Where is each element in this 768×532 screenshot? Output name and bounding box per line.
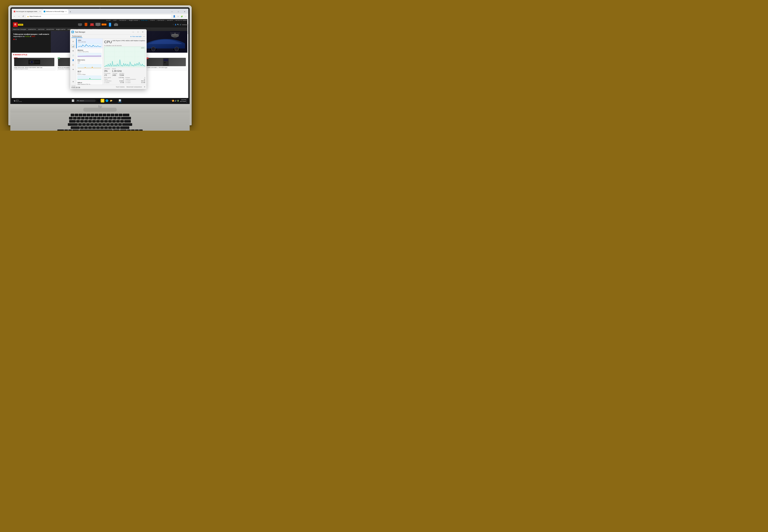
settings-button[interactable]: ⋯: [184, 15, 187, 18]
key-l[interactable]: [110, 123, 114, 126]
topbar-status[interactable]: СТАТУС: [150, 20, 155, 21]
key-f7[interactable]: [99, 114, 102, 116]
key-ctrl-r[interactable]: [120, 129, 127, 131]
forward-button[interactable]: →: [17, 15, 21, 18]
tm-run-new-task[interactable]: ⊕ Run new task: [130, 36, 141, 37]
tm-perf-memory[interactable]: Memory 3.5/15.3 GB (23%): [76, 48, 103, 58]
key-s[interactable]: [82, 123, 86, 126]
key-caps[interactable]: [68, 123, 78, 126]
nav-heart-icon[interactable]: ♡: [173, 24, 174, 25]
show-desktop[interactable]: [186, 98, 187, 103]
star-button[interactable]: ☆: [176, 15, 180, 18]
dot-2[interactable]: [15, 39, 17, 40]
key-g[interactable]: [94, 123, 98, 126]
tm-close[interactable]: ✕: [141, 30, 145, 34]
key-4[interactable]: [85, 117, 89, 119]
key-f4[interactable]: [87, 114, 90, 116]
key-f11[interactable]: [115, 114, 118, 116]
key-alt-r[interactable]: [113, 129, 120, 131]
tm-sidebar-settings-bottom[interactable]: ⚙: [71, 80, 75, 84]
product-card-4[interactable]: -6 % HP Z440 12 E5-2690 v... RTX 4070 Su…: [145, 57, 187, 71]
tm-sidebar-performance[interactable]: 📊: [71, 44, 75, 48]
tm-perf-gpu[interactable]: GPU 0 AMD Radeon(TM) Gr...5% (34 °C): [76, 81, 103, 85]
key-delete[interactable]: [123, 114, 129, 116]
topbar-video[interactable]: ВИДЕО КАНАЛ: [129, 20, 138, 21]
key-v[interactable]: [92, 126, 96, 129]
key-f2[interactable]: [79, 114, 82, 116]
tm-gear-icon[interactable]: ⚙: [144, 86, 145, 88]
key-f10[interactable]: [111, 114, 114, 116]
key-n[interactable]: [100, 126, 104, 129]
key-fn[interactable]: [64, 129, 68, 131]
browser-tab-1[interactable]: Институция за надеждна комп... ✕: [12, 9, 42, 14]
tray-chevron-icon[interactable]: ^: [171, 100, 172, 102]
key-shift-r[interactable]: [120, 126, 129, 129]
taskbar-taskmanager-app[interactable]: 📊: [118, 99, 122, 103]
tm-sidebar-menu[interactable]: ≡: [71, 39, 75, 43]
topbar-kontakti[interactable]: КОНТАКТИ: [157, 20, 165, 21]
key-backslash[interactable]: [124, 120, 131, 123]
key-c[interactable]: [88, 126, 92, 129]
tray-network-icon[interactable]: 📶: [172, 100, 174, 102]
taskbar-shield[interactable]: 🛡: [114, 99, 117, 103]
key-e[interactable]: [84, 120, 88, 123]
key-quote[interactable]: [118, 123, 122, 126]
start-button[interactable]: [71, 99, 75, 103]
key-3[interactable]: [81, 117, 85, 119]
taskbar-folder[interactable]: 📂: [109, 99, 113, 103]
nav-cart-icon[interactable]: 🛒: [180, 24, 181, 25]
nav-search-icon[interactable]: 🔍: [177, 24, 179, 25]
key-tab[interactable]: [69, 120, 76, 123]
key-comma[interactable]: [108, 126, 112, 129]
back-button[interactable]: ←: [13, 15, 16, 18]
tray-battery-icon[interactable]: 🔋: [177, 100, 179, 102]
tm-sidebar-apphistory[interactable]: ⊞: [71, 49, 75, 53]
tm-sidebar-startup[interactable]: 🕐: [71, 53, 75, 57]
key-z[interactable]: [80, 126, 84, 129]
tm-perf-cpu[interactable]: CPU 3% 1.39 GHz: [76, 39, 103, 48]
nav-icon-monitor[interactable]: [95, 23, 101, 27]
key-minus[interactable]: [113, 117, 117, 119]
tray-volume-icon[interactable]: 🔊: [175, 100, 177, 102]
key-semi[interactable]: [114, 123, 118, 126]
key-esc[interactable]: [71, 114, 74, 116]
key-backspace[interactable]: [121, 117, 131, 119]
browser-tab-2[interactable]: Welcome to Microsoft Edge ✕: [42, 9, 68, 14]
topbar-za-nas[interactable]: ЗА НАС: [106, 20, 111, 21]
tm-sidebar-details[interactable]: 📋: [71, 63, 75, 67]
tab1-close[interactable]: ✕: [39, 11, 41, 13]
browser-scrollbar[interactable]: [187, 19, 188, 98]
key-p[interactable]: [112, 120, 116, 123]
key-arrow-up[interactable]: [131, 129, 135, 131]
taskbar-task-view[interactable]: ⊞: [96, 99, 100, 103]
cat-monitors[interactable]: МОНИТОРИ: [46, 28, 54, 31]
key-ctrl-l[interactable]: [57, 129, 64, 131]
touchpad[interactable]: [83, 108, 117, 112]
key-a[interactable]: [78, 123, 82, 126]
nav-icon-computer[interactable]: [83, 23, 89, 27]
tm-sidebar-users[interactable]: 👤: [71, 58, 75, 62]
key-arrow-left[interactable]: [127, 129, 131, 131]
nav-person-icon[interactable]: 👤: [175, 24, 177, 25]
minimize-button[interactable]: —: [169, 10, 175, 14]
key-j[interactable]: [102, 123, 106, 126]
tm-sidebar-services[interactable]: ⚙: [71, 67, 75, 71]
key-7[interactable]: [97, 117, 101, 119]
product-card-1[interactable]: -23 % Nvidia TESLA K20x, 384-bit, 6GB GD…: [13, 57, 55, 71]
tm-perf-disk[interactable]: Disk 0 (C:) SSD1%: [76, 58, 103, 69]
key-x[interactable]: [84, 126, 88, 129]
key-f9[interactable]: [107, 114, 110, 116]
key-6[interactable]: [93, 117, 97, 119]
key-f5[interactable]: [91, 114, 94, 116]
key-slash[interactable]: [116, 126, 120, 129]
key-d[interactable]: [86, 123, 90, 126]
profile-button[interactable]: 👤: [173, 15, 176, 18]
nav-icon-docking[interactable]: [113, 23, 119, 27]
nav-icon-smartphone[interactable]: [107, 23, 113, 27]
key-shift-l[interactable]: [71, 126, 80, 129]
tm-maximize[interactable]: □: [136, 30, 140, 34]
key-f6[interactable]: [95, 114, 98, 116]
address-bar[interactable]: 🔒 https://rmania.net: [26, 14, 172, 18]
key-equals[interactable]: [117, 117, 121, 119]
topbar-telegram[interactable]: ТЕЛЕГРАМ: [141, 20, 148, 21]
